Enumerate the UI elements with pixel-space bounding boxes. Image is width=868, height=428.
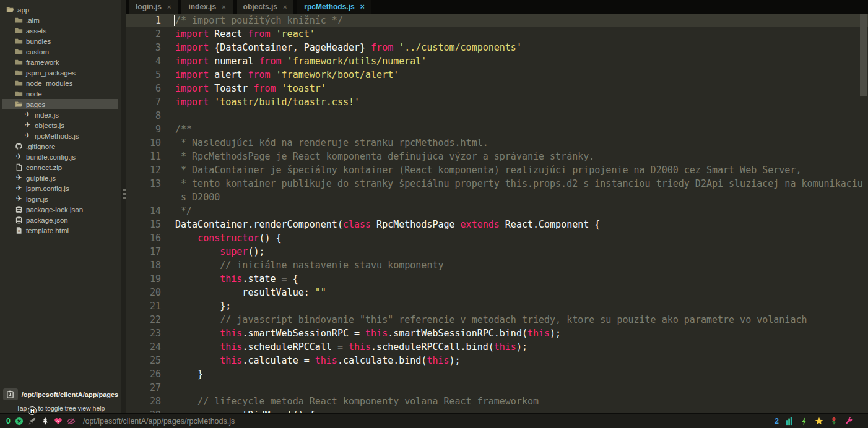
code-line-13[interactable]: 13 * tento kontainer publikuje do strank… — [126, 177, 868, 190]
code-editor[interactable]: 1/* import použitých knižníc */2import R… — [126, 14, 868, 413]
tree-item-label: .gitignore — [26, 143, 55, 150]
file-icon — [15, 163, 23, 171]
tree-item-node[interactable]: node — [2, 88, 118, 99]
code-line-21[interactable]: 21 }; — [126, 299, 868, 313]
code-line-26[interactable]: 26 } — [126, 367, 868, 381]
js-file-icon: ✈ — [15, 174, 23, 182]
tree-item-pages[interactable]: pages — [2, 99, 118, 109]
tree-item-connect.zip[interactable]: connect.zip — [2, 162, 118, 173]
editor-pane: login.js×index.js×objects.js×rpcMethods.… — [126, 0, 868, 413]
rocket-icon[interactable] — [28, 417, 37, 426]
vertical-scrollbar[interactable] — [860, 14, 867, 96]
tree-item-rpcMethods.js[interactable]: ✈rpcMethods.js — [2, 131, 118, 141]
tree-item-label: package.json — [26, 216, 68, 224]
line-number: 17 — [126, 245, 171, 259]
tree-resize-handle[interactable] — [121, 0, 126, 413]
wrench-icon[interactable] — [844, 417, 853, 426]
line-number: 4 — [126, 54, 171, 68]
code-line-6[interactable]: 6import Toastr from 'toastr' — [126, 82, 868, 95]
line-text: * RpcMethodsPage je React komponenta def… — [171, 150, 594, 163]
tree-item-app[interactable]: app — [2, 4, 118, 15]
tree-footer-path-row: /opt/ipesoft/clientA/app/pages — [0, 388, 121, 400]
code-line-4[interactable]: 4import numeral from 'framework/utils/nu… — [126, 54, 868, 68]
tab-close-icon[interactable]: × — [360, 2, 365, 11]
tree-item-node_modules[interactable]: node_modules — [2, 78, 118, 88]
line-number: 16 — [126, 231, 171, 245]
code-line-18[interactable]: 18 // iniciálne nastavenie stavu kompone… — [126, 259, 868, 272]
tree-item-.gitignore[interactable]: .gitignore — [2, 141, 118, 152]
tab-close-icon[interactable]: × — [222, 3, 225, 11]
tree-item-package.json[interactable]: package.json — [2, 215, 118, 225]
tree-item-bundles[interactable]: bundles — [2, 36, 118, 46]
code-line-17[interactable]: 17 super(); — [126, 245, 868, 259]
copy-path-button[interactable] — [3, 388, 18, 400]
tab-login.js[interactable]: login.js× — [129, 0, 178, 14]
line-text: resultValue: "" — [171, 286, 326, 299]
code-line-10[interactable]: 10 * Nasledujúci kód na renderuje strank… — [126, 136, 868, 150]
tab-close-icon[interactable]: × — [283, 3, 287, 11]
tree-item-framework[interactable]: framework — [2, 57, 118, 67]
code-line-15[interactable]: 15DataContainer.renderComponent(class Rp… — [126, 218, 868, 231]
code-line-20[interactable]: 20 resultValue: "" — [126, 286, 868, 299]
code-line-12[interactable]: 12 * DataContainer je špeciálny kontaine… — [126, 163, 868, 177]
code-line-8[interactable]: 8 — [126, 109, 868, 122]
code-line-23[interactable]: 23 this.smartWebSessionRPC = this.smartW… — [126, 327, 868, 340]
code-line-29[interactable]: 29 componentDidMount() { — [126, 408, 868, 413]
heartbeat-icon[interactable] — [54, 417, 63, 426]
code-line-2[interactable]: 2import React from 'react' — [126, 27, 868, 41]
tree-item-.alm[interactable]: .alm — [2, 15, 118, 25]
code-line-wrap[interactable]: s D2000 — [126, 190, 868, 204]
code-line-3[interactable]: 3import {DataContainer, PageHeader} from… — [126, 41, 868, 54]
code-line-7[interactable]: 7import 'toastr/build/toastr.css!' — [126, 95, 868, 109]
code-line-28[interactable]: 28 // lifecycle metoda React komponenty … — [126, 395, 868, 408]
tree-item-login.js[interactable]: ✈login.js — [2, 194, 118, 204]
code-line-25[interactable]: 25 this.calculate = this.calculate.bind(… — [126, 354, 868, 367]
line-text: import 'toastr/build/toastr.css!' — [171, 95, 360, 109]
line-text: this.smartWebSessionRPC = this.smartWebS… — [171, 327, 561, 340]
flower-icon[interactable] — [830, 417, 838, 426]
star-icon[interactable] — [815, 417, 823, 426]
tab-index.js[interactable]: index.js× — [181, 0, 232, 14]
tree-item-label: node — [26, 90, 42, 98]
tree-item-bundle.config.js[interactable]: ✈bundle.config.js — [2, 152, 118, 162]
bolt-icon[interactable] — [800, 417, 809, 426]
line-text: /* import použitých knižníc */ — [171, 14, 343, 27]
code-line-9[interactable]: 9/** — [126, 122, 868, 136]
tree-item-package-lock.json[interactable]: package-lock.json — [2, 204, 118, 215]
line-text: * tento kontainer publikuje do stranky š… — [171, 177, 863, 190]
tree-item-jspm.config.js[interactable]: ✈jspm.config.js — [2, 183, 118, 194]
line-text: import numeral from 'framework/utils/num… — [171, 54, 427, 68]
tree-item-objects.js[interactable]: ✈objects.js — [2, 120, 118, 131]
tree-item-custom[interactable]: custom — [2, 46, 118, 57]
status-right-icons: 2 — [775, 417, 862, 426]
tab-bar: login.js×index.js×objects.js×rpcMethods.… — [126, 0, 868, 14]
check-circle-icon[interactable] — [15, 417, 24, 426]
folder-icon — [15, 37, 23, 45]
code-line-27[interactable]: 27 — [126, 381, 868, 395]
code-line-22[interactable]: 22 // javascript bindovanie "this" refer… — [126, 313, 868, 327]
code-line-24[interactable]: 24 this.scheduleRPCCall = this.scheduleR… — [126, 340, 868, 354]
tab-close-icon[interactable]: × — [167, 3, 171, 11]
eye-slash-icon[interactable] — [67, 417, 76, 426]
code-line-1[interactable]: 1/* import použitých knižníc */ — [126, 14, 868, 27]
code-line-5[interactable]: 5import alert from 'framework/boot/alert… — [126, 68, 868, 82]
tab-rpcMethods.js[interactable]: rpcMethods.js× — [297, 0, 371, 14]
tree-item-assets[interactable]: assets — [2, 25, 118, 36]
bar-chart-icon[interactable] — [785, 417, 794, 426]
line-number: 12 — [126, 163, 171, 177]
tree-item-jspm_packages[interactable]: jspm_packages — [2, 67, 118, 78]
tab-objects.js[interactable]: objects.js× — [237, 0, 294, 14]
tree-item-gulpfile.js[interactable]: ✈gulpfile.js — [2, 173, 118, 183]
code-line-11[interactable]: 11 * RpcMethodsPage je React komponenta … — [126, 150, 868, 163]
code-line-19[interactable]: 19 this.state = { — [126, 272, 868, 286]
code-line-16[interactable]: 16 constructor() { — [126, 231, 868, 245]
tree-icon[interactable] — [41, 417, 50, 426]
folder-icon — [15, 58, 23, 66]
code-line-14[interactable]: 14 */ — [126, 204, 868, 218]
tree-item-template.html[interactable]: <>template.html — [2, 225, 118, 236]
tree-view-footer: /opt/ipesoft/clientA/app/pages TapHto to… — [0, 385, 121, 415]
line-text: // iniciálne nastavenie stavu komponenty — [171, 259, 443, 272]
line-number — [126, 190, 171, 204]
tree-item-index.js[interactable]: ✈index.js — [2, 109, 118, 120]
line-number: 18 — [126, 259, 171, 272]
